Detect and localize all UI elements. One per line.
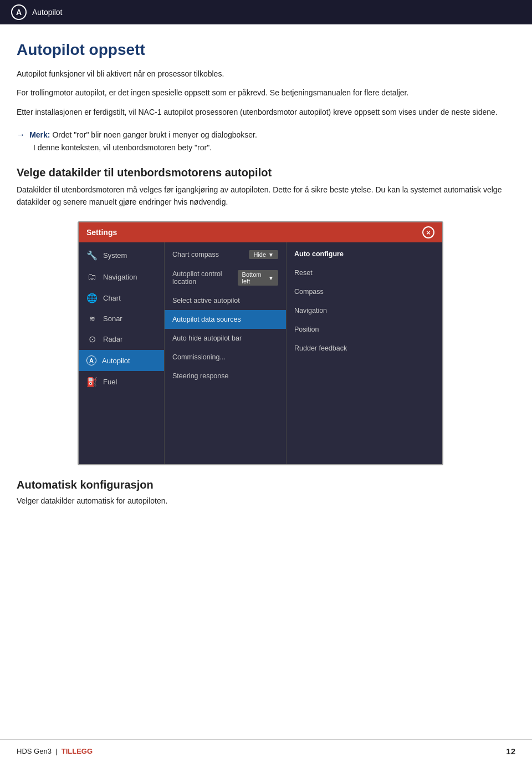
middle-label-select-active-autopilot: Select active autopilot	[172, 297, 240, 304]
main-content: Autopilot oppsett Autopilot funksjoner v…	[0, 24, 532, 531]
sidebar-item-sonar[interactable]: ≋ Sonar	[79, 309, 164, 328]
sidebar-label-autopilot: Autopilot	[102, 357, 130, 365]
paragraph-1: Autopilot funksjoner vil bli aktivert nå…	[17, 68, 504, 80]
footer-page-number: 12	[506, 746, 515, 756]
arrow-icon: →	[17, 130, 27, 139]
note-box: → Merk: Ordet "ror" blir noen ganger bru…	[17, 128, 504, 154]
settings-dialog: Settings × 🔧 System 🗂 Navigation 🌐 Chart	[78, 221, 443, 465]
chevron-icon-2: ▼	[268, 275, 274, 281]
note-label: Merk:	[29, 130, 50, 139]
settings-right-column: Auto configure Reset Compass Navigation …	[287, 242, 442, 464]
middle-label-steering-response: Steering response	[172, 372, 228, 380]
middle-item-auto-hide-autopilot-bar[interactable]: Auto hide autopilot bar	[165, 329, 286, 348]
right-label-reset: Reset	[294, 269, 313, 277]
chart-icon: 🌐	[86, 293, 98, 303]
sidebar-label-sonar: Sonar	[103, 314, 122, 323]
settings-middle-column: Chart compass Hide ▼ Autopilot control l…	[165, 242, 287, 464]
page-footer: HDS Gen3 | TILLEGG 12	[0, 739, 532, 756]
settings-title: Settings	[86, 228, 117, 237]
middle-item-autopilot-data-sources[interactable]: Autopilot data sources	[165, 310, 286, 329]
sidebar-label-chart: Chart	[103, 294, 121, 302]
note-line-2: I denne konteksten, vil utenbordsmotoren…	[33, 141, 504, 154]
middle-label-autopilot-control-location: Autopilot control location	[172, 270, 238, 286]
radar-icon: ⊙	[86, 334, 98, 344]
paragraph-3: Etter installasjonen er ferdigstilt, vil…	[17, 106, 504, 118]
sidebar-label-fuel: Fuel	[103, 378, 117, 386]
settings-header: Settings ×	[79, 222, 442, 242]
settings-sidebar: 🔧 System 🗂 Navigation 🌐 Chart ≋ Sonar ⊙	[79, 242, 165, 464]
sub-section-text: Velger datakilder automatisk for autopil…	[17, 495, 504, 507]
right-item-navigation[interactable]: Navigation	[287, 301, 442, 320]
right-item-rudder-feedback[interactable]: Rudder feedback	[287, 339, 442, 358]
right-label-auto-configure: Auto configure	[294, 250, 344, 258]
right-item-compass[interactable]: Compass	[287, 282, 442, 301]
autopilot-icon: A	[86, 355, 96, 365]
close-button[interactable]: ×	[422, 226, 434, 238]
sidebar-item-fuel[interactable]: ⛽ Fuel	[79, 371, 164, 393]
breadcrumb: Autopilot	[32, 8, 62, 17]
badge-hide: Hide ▼	[249, 250, 278, 259]
right-item-auto-configure[interactable]: Auto configure	[287, 245, 442, 263]
middle-item-chart-compass[interactable]: Chart compass Hide ▼	[165, 245, 286, 265]
badge-bottom-left: Bottom left ▼	[238, 270, 278, 286]
footer-left: HDS Gen3 | TILLEGG	[17, 747, 93, 755]
right-item-position[interactable]: Position	[287, 320, 442, 339]
chevron-icon: ▼	[268, 252, 274, 258]
fuel-icon: ⛽	[86, 377, 98, 387]
sidebar-item-radar[interactable]: ⊙ Radar	[79, 328, 164, 350]
middle-item-commissioning[interactable]: Commissioning...	[165, 348, 286, 367]
middle-label-auto-hide-autopilot-bar: Auto hide autopilot bar	[172, 334, 242, 342]
system-icon: 🔧	[86, 250, 98, 261]
sidebar-item-chart[interactable]: 🌐 Chart	[79, 287, 164, 309]
sidebar-item-system[interactable]: 🔧 System	[79, 245, 164, 266]
settings-body: 🔧 System 🗂 Navigation 🌐 Chart ≋ Sonar ⊙	[79, 242, 442, 464]
middle-item-steering-response[interactable]: Steering response	[165, 367, 286, 385]
middle-label-chart-compass: Chart compass	[172, 251, 219, 258]
right-label-position: Position	[294, 326, 319, 333]
navigation-icon: 🗂	[86, 272, 98, 282]
sidebar-label-radar: Radar	[103, 335, 122, 343]
right-item-reset[interactable]: Reset	[287, 263, 442, 282]
sidebar-label-navigation: Navigation	[103, 273, 137, 281]
right-label-rudder-feedback: Rudder feedback	[294, 344, 347, 352]
sub-section-heading: Automatisk konfigurasjon	[17, 479, 504, 491]
right-label-compass: Compass	[294, 288, 324, 296]
note-text-1: Ordet "ror" blir noen ganger brukt i men…	[52, 130, 257, 139]
header-bar: A Autopilot	[0, 0, 532, 24]
middle-label-commissioning: Commissioning...	[172, 353, 226, 361]
sidebar-item-navigation[interactable]: 🗂 Navigation	[79, 266, 164, 287]
footer-hds-gen3: HDS Gen3	[17, 747, 52, 755]
section-heading: Velge datakilder til utenbordsmotorens a…	[17, 166, 504, 179]
footer-highlight: TILLEGG	[62, 747, 93, 755]
middle-label-autopilot-data-sources: Autopilot data sources	[172, 316, 241, 323]
sidebar-label-system: System	[103, 251, 127, 260]
page-title: Autopilot oppsett	[17, 41, 504, 59]
note-line-1: → Merk: Ordet "ror" blir noen ganger bru…	[17, 128, 504, 141]
header-autopilot-icon: A	[11, 4, 27, 20]
sonar-icon: ≋	[86, 314, 98, 323]
sidebar-item-autopilot[interactable]: A Autopilot	[79, 350, 164, 371]
middle-item-autopilot-control-location[interactable]: Autopilot control location Bottom left ▼	[165, 265, 286, 291]
paragraph-2: For trollingmotor autopilot, er det inge…	[17, 87, 504, 99]
right-label-navigation: Navigation	[294, 307, 327, 314]
section-text: Datakilder til utenbordsmotoren må velge…	[17, 184, 504, 209]
middle-item-select-active-autopilot[interactable]: Select active autopilot	[165, 291, 286, 310]
